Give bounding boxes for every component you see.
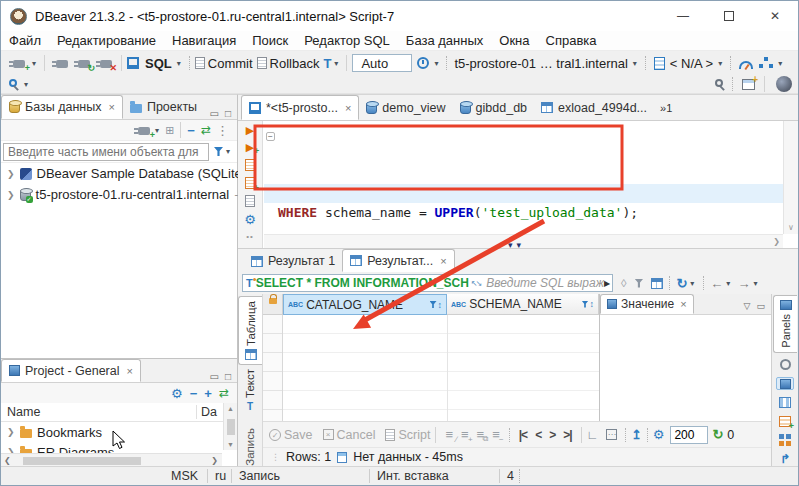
aggregate-panel-icon[interactable]	[776, 433, 794, 446]
menu-help[interactable]: Справка	[538, 33, 605, 48]
nav-back-dropdown[interactable]: ▾	[726, 279, 730, 288]
column-filter-icon[interactable]	[582, 301, 589, 308]
close-button[interactable]: ✕	[752, 1, 798, 31]
tab-close-icon[interactable]: ×	[680, 298, 686, 310]
scroll-right-icon[interactable]: ❯	[773, 237, 780, 246]
tab-project-general[interactable]: Project - General ×	[1, 359, 141, 382]
delete-row-icon[interactable]: ≡−	[492, 427, 500, 442]
tab-demo-view[interactable]: demo_view	[359, 95, 452, 120]
commit-button[interactable]: Commit	[208, 56, 253, 71]
execute-new-tab-icon[interactable]: ▶+	[246, 142, 254, 153]
project-maximize-icon[interactable]: □	[225, 371, 231, 382]
execute-script-icon[interactable]	[245, 159, 255, 171]
nav-back-icon[interactable]: ←	[710, 276, 723, 291]
tree-item-bookmarks[interactable]: ❯ Bookmarks	[1, 422, 237, 442]
edit-row-icon[interactable]: ≡∕	[445, 427, 453, 442]
collapse-all-icon[interactable]: −	[187, 123, 195, 138]
disconnect-icon[interactable]: ✕	[100, 60, 112, 68]
save-button[interactable]: Save	[284, 428, 313, 442]
fold-collapse-icon[interactable]: −	[266, 132, 275, 141]
tab-value[interactable]: Значение ×	[600, 294, 694, 314]
scroll-left-icon[interactable]: ❮	[4, 456, 11, 465]
next-row-icon[interactable]: >	[549, 428, 555, 442]
tasks-icon[interactable]	[759, 57, 772, 69]
column-sort-icon[interactable]: ↕	[438, 300, 443, 310]
scroll-right-icon[interactable]: ❯	[211, 456, 218, 465]
presentation-tab-text[interactable]: Текст T	[243, 365, 257, 416]
link-editor-icon[interactable]: ⇄	[201, 123, 211, 137]
nav-new-connection-dropdown[interactable]: ▾	[155, 126, 159, 135]
execute-statement-icon[interactable]: ▶	[246, 125, 254, 136]
fetch-size-input[interactable]	[670, 426, 708, 444]
fetch-all-icon[interactable]: ⋯	[606, 429, 617, 440]
sql-editor-icon[interactable]	[127, 57, 139, 69]
tab-result-2[interactable]: Результат... ×	[342, 249, 454, 272]
rollback-button[interactable]: Rollback	[270, 56, 320, 71]
refresh-results-icon[interactable]: ↻	[676, 276, 687, 291]
column-filter-icon[interactable]	[430, 301, 437, 308]
scroll-down-icon[interactable]: ▼	[227, 441, 234, 448]
tab-script-7[interactable]: *<t5-prosto... ×	[241, 95, 359, 120]
record-panel-icon[interactable]	[776, 359, 794, 372]
view-menu-icon[interactable]: ▽	[744, 301, 751, 311]
column-sort-icon[interactable]: ↕	[590, 299, 595, 309]
grid-config-icon[interactable]: ⚙	[653, 428, 665, 441]
record-mode-toggle[interactable]: Запись	[243, 424, 257, 470]
results-filter-input[interactable]: T SELECT * FROM INFORMATION_SCH ↖↘ Введи…	[242, 274, 613, 292]
transaction-mode-icon[interactable]: T	[323, 56, 331, 71]
maximize-button[interactable]	[706, 1, 752, 31]
transaction-dropdown[interactable]: ▾	[334, 59, 338, 68]
script-button[interactable]: Script	[398, 428, 430, 442]
tab-project-close-icon[interactable]: ×	[126, 365, 132, 377]
search-icon[interactable]	[9, 79, 17, 87]
sql-editor[interactable]: ▶ ▶+ + ⚙ •• − SELECT * FROM INFORMATION_…	[238, 121, 798, 248]
scrollbar-thumb[interactable]	[23, 457, 141, 465]
user-avatar[interactable]	[776, 76, 792, 92]
grid-data-area[interactable]	[283, 315, 599, 421]
menu-search[interactable]: Поиск	[244, 33, 296, 48]
tab-databases[interactable]: Базы данных ×	[1, 95, 123, 119]
quick-search-icon[interactable]	[715, 79, 723, 87]
nav-new-connection-icon[interactable]: +	[138, 127, 150, 135]
scroll-up-icon[interactable]: ▲	[227, 405, 234, 412]
editor-settings-icon[interactable]: ⚙	[244, 213, 256, 226]
active-connection-selector[interactable]: t5-prostore-01 … tral1.internal	[454, 56, 627, 71]
scroll-down-icon[interactable]: ∨	[788, 223, 794, 232]
tab-databases-close-icon[interactable]: ×	[109, 101, 115, 113]
auto-refresh-icon[interactable]: ↻	[712, 427, 723, 442]
tasks-dropdown[interactable]: ▾	[778, 59, 782, 68]
new-connection-icon[interactable]: +	[13, 60, 25, 68]
export-data-icon[interactable]: ↥	[631, 427, 641, 442]
tab-close-icon[interactable]: ×	[440, 255, 446, 267]
export-results-icon[interactable]: ↱	[776, 452, 794, 466]
clear-filter-icon[interactable]: ◊	[621, 277, 626, 289]
tab-gibdd-db[interactable]: gibdd_db	[453, 95, 534, 120]
editor-vertical-scrollbar[interactable]: ∨	[783, 121, 798, 234]
expand-chevron-icon[interactable]: ❯	[7, 190, 15, 200]
commit-mode-combo[interactable]: Auto	[352, 54, 412, 72]
menu-database[interactable]: База данных	[398, 33, 491, 48]
collapse-icon[interactable]: −	[190, 386, 198, 401]
active-database-selector[interactable]: < N/A >	[670, 56, 713, 71]
project-vertical-scrollbar[interactable]: ▲ ▼	[223, 403, 237, 450]
menu-navigation[interactable]: Навигация	[164, 33, 244, 48]
cancel-button[interactable]: Cancel	[337, 428, 376, 442]
calc-panel-icon[interactable]	[776, 415, 794, 428]
minimize-panel-icon[interactable]: ▭	[756, 301, 765, 311]
refresh-dropdown[interactable]: ▾	[690, 279, 694, 288]
value-viewer-icon[interactable]	[776, 377, 794, 390]
menu-edit[interactable]: Редактирование	[49, 33, 164, 48]
sql-button[interactable]: SQL	[145, 56, 172, 71]
expand-filter-icon[interactable]: ↖↘	[471, 279, 480, 288]
remove-filter-icon[interactable]	[634, 279, 643, 288]
expand-icon[interactable]: +	[204, 386, 212, 401]
add-row-icon[interactable]: ≡+	[461, 427, 469, 442]
filter-funnel-icon[interactable]	[214, 147, 223, 156]
presentation-tab-grid[interactable]: Таблица	[238, 296, 262, 365]
grid-settings-icon[interactable]	[651, 278, 663, 289]
results-grid[interactable]: ABC CATALOG_NAME ↕ ABC SCHEMA_NAME ↕	[263, 294, 599, 421]
connect-icon[interactable]	[56, 60, 68, 68]
minimize-button[interactable]: —	[660, 1, 706, 31]
tab-exload[interactable]: exload_4994d...	[534, 95, 654, 120]
navigator-minimize-icon[interactable]: ▭	[210, 108, 219, 119]
